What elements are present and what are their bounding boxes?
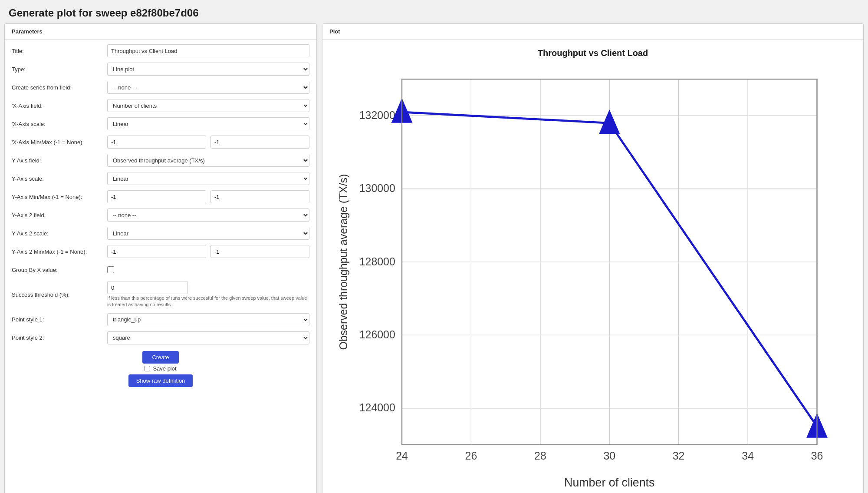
svg-text:26: 26 [465,450,477,462]
yaxis2-min-input[interactable] [107,245,206,258]
success-threshold-hint: If less than this percentage of runs wer… [107,295,309,308]
yaxis2-field-row: Y-Axis 2 field: -- none -- Observed thro… [12,208,309,222]
type-label: Type: [12,66,107,73]
svg-text:34: 34 [742,450,754,462]
group-by-x-row: Group By X value: [12,263,309,277]
yaxis-minmax-label: Y-Axis Min/Max (-1 = None): [12,194,107,200]
svg-text:132000: 132000 [359,109,395,121]
yaxis2-field-label: Y-Axis 2 field: [12,212,107,218]
create-button[interactable]: Create [142,351,178,364]
svg-text:28: 28 [534,450,546,462]
xaxis-max-input[interactable] [210,136,309,149]
point-style1-label: Point style 1: [12,316,107,323]
yaxis-min-input[interactable] [107,190,206,203]
yaxis2-scale-select[interactable]: Linear Log [107,227,309,240]
svg-text:24: 24 [396,450,408,462]
title-row: Title: [12,44,309,58]
plot-panel: Plot Throughput vs Client Load [322,23,864,493]
point-style2-row: Point style 2: square circle triangle_up… [12,331,309,345]
chart-title: Throughput vs Client Load [335,48,850,58]
series-select[interactable]: -- none -- Number of clients Observed th… [107,81,309,94]
title-label: Title: [12,48,107,54]
svg-text:124000: 124000 [359,401,395,414]
button-area: Create Save plot Show raw definition [12,351,309,387]
page-title: Generate plot for sweep e82f80be7d06 [0,0,868,23]
group-by-x-checkbox[interactable] [107,266,114,273]
chart-area: 124000 126000 128000 130000 132000 24 26… [335,63,850,493]
yaxis-minmax-row: Y-Axis Min/Max (-1 = None): [12,190,309,204]
parameters-header: Parameters [5,24,316,40]
svg-text:36: 36 [811,450,823,462]
yaxis2-scale-label: Y-Axis 2 scale: [12,230,107,237]
xaxis-scale-select[interactable]: Linear Log [107,117,309,130]
yaxis2-field-select[interactable]: -- none -- Observed throughput average (… [107,208,309,222]
yaxis-field-row: Y-Axis field: Observed throughput averag… [12,153,309,167]
xaxis-minmax-row: 'X-Axis Min/Max (-1 = None): [12,135,309,149]
series-label: Create series from field: [12,84,107,91]
point-style1-select[interactable]: triangle_up circle square diamond [107,313,309,326]
save-plot-label: Save plot [153,365,176,372]
yaxis-field-select[interactable]: Observed throughput average (TX/s) Numbe… [107,154,309,167]
type-select[interactable]: Line plot Bar chart Scatter plot [107,63,309,76]
svg-text:126000: 126000 [359,328,395,341]
yaxis-scale-label: Y-Axis scale: [12,175,107,182]
save-plot-checkbox[interactable] [145,366,150,371]
yaxis2-minmax-label: Y-Axis 2 Min/Max (-1 = None): [12,248,107,255]
yaxis-scale-select[interactable]: Linear Log [107,172,309,185]
yaxis-max-input[interactable] [210,190,309,203]
series-row: Create series from field: -- none -- Num… [12,80,309,94]
yaxis2-max-input[interactable] [210,245,309,258]
xaxis-minmax-label: 'X-Axis Min/Max (-1 = None): [12,139,107,146]
point-style2-select[interactable]: square circle triangle_up diamond [107,331,309,344]
xaxis-field-select[interactable]: Number of clients Observed throughput av… [107,99,309,112]
group-by-x-label: Group By X value: [12,267,107,273]
xaxis-field-label: 'X-Axis field: [12,103,107,109]
point-style2-label: Point style 2: [12,334,107,341]
yaxis-scale-row: Y-Axis scale: Linear Log [12,172,309,185]
point-style1-row: Point style 1: triangle_up circle square… [12,313,309,327]
parameters-panel: Parameters Title: Type: Line plot Bar ch… [4,23,317,493]
svg-text:32: 32 [673,450,685,462]
title-input[interactable] [107,44,309,57]
svg-text:30: 30 [603,450,615,462]
svg-text:128000: 128000 [359,255,395,268]
yaxis2-scale-row: Y-Axis 2 scale: Linear Log [12,226,309,240]
yaxis-field-label: Y-Axis field: [12,157,107,164]
xaxis-scale-label: 'X-Axis scale: [12,121,107,127]
save-row: Save plot [145,365,176,372]
chart-svg: 124000 126000 128000 130000 132000 24 26… [335,63,850,493]
svg-text:Number of clients: Number of clients [564,476,654,489]
yaxis2-minmax-row: Y-Axis 2 Min/Max (-1 = None): [12,245,309,258]
success-threshold-row: Success threshold (%): If less than this… [12,281,309,308]
success-threshold-input[interactable] [107,281,188,294]
show-raw-button[interactable]: Show raw definition [128,374,193,387]
xaxis-field-row: 'X-Axis field: Number of clients Observe… [12,99,309,112]
xaxis-scale-row: 'X-Axis scale: Linear Log [12,117,309,131]
chart-container: Throughput vs Client Load [322,40,863,493]
xaxis-min-input[interactable] [107,136,206,149]
plot-header: Plot [322,24,863,40]
svg-text:Observed throughput average (T: Observed throughput average (TX/s) [337,174,349,350]
type-row: Type: Line plot Bar chart Scatter plot [12,62,309,76]
svg-text:130000: 130000 [359,182,395,194]
success-threshold-label: Success threshold (%): [12,291,107,298]
